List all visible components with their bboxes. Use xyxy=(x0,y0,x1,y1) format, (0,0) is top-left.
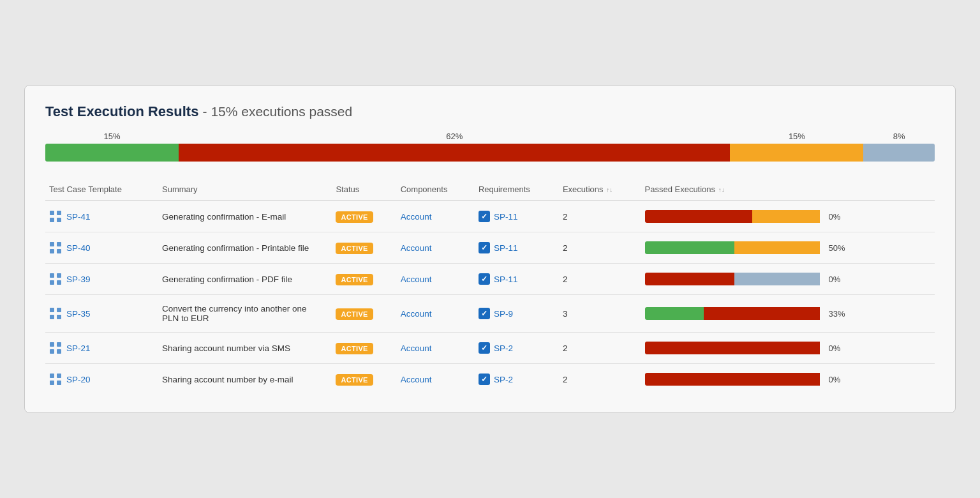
test-id-link[interactable]: SP-20 xyxy=(66,375,91,384)
passed-executions-cell: 0% xyxy=(641,333,935,364)
svg-rect-5 xyxy=(57,242,61,246)
active-badge: ACTIVE xyxy=(336,243,373,254)
test-id-link[interactable]: SP-40 xyxy=(66,243,91,253)
svg-rect-23 xyxy=(57,381,61,385)
requirement-link[interactable]: SP-11 xyxy=(494,212,518,222)
mini-bar-wrap: 33% xyxy=(645,307,928,320)
requirements-cell: SP-11 xyxy=(475,232,559,264)
component-cell: Account xyxy=(397,333,475,364)
progress-section: 15%62%15%8% xyxy=(45,132,935,162)
requirement-link[interactable]: SP-11 xyxy=(494,243,518,253)
svg-rect-9 xyxy=(57,273,61,278)
component-link[interactable]: Account xyxy=(401,309,432,319)
table-header-row: Test Case TemplateSummaryStatusComponent… xyxy=(45,179,935,201)
passed-executions-cell: 33% xyxy=(641,295,935,333)
svg-rect-19 xyxy=(57,349,61,354)
checkbox-icon xyxy=(479,242,490,253)
table-row: SP-39 Generating confirmation - PDF file… xyxy=(45,264,935,295)
test-id-cell: SP-39 xyxy=(45,264,158,295)
executions-cell: 2 xyxy=(559,364,641,395)
requirement-link[interactable]: SP-11 xyxy=(494,275,518,284)
active-badge: ACTIVE xyxy=(336,374,373,386)
checkbox-icon xyxy=(479,374,490,385)
subtitle-text: - 15% executions passed xyxy=(203,104,353,119)
grid-icon xyxy=(49,307,62,320)
svg-rect-1 xyxy=(57,211,61,215)
grid-icon xyxy=(49,342,62,354)
checkbox-icon xyxy=(479,273,490,285)
mini-bar-segment xyxy=(734,241,820,254)
svg-rect-8 xyxy=(50,273,54,278)
passed-pct-label: 0% xyxy=(829,275,850,284)
svg-rect-0 xyxy=(50,211,54,215)
component-cell: Account xyxy=(397,364,475,395)
summary-cell: Generating confirmation - PDF file xyxy=(158,264,332,295)
passed-pct-label: 50% xyxy=(829,243,850,253)
executions-cell: 2 xyxy=(559,232,641,264)
requirements-cell: SP-2 xyxy=(475,333,559,364)
passed-executions-cell: 0% xyxy=(641,201,935,232)
requirements-cell: SP-11 xyxy=(475,264,559,295)
status-cell: ACTIVE xyxy=(332,264,396,295)
mini-bar xyxy=(645,273,824,285)
test-id-cell: SP-35 xyxy=(45,295,158,333)
svg-rect-17 xyxy=(57,342,61,347)
component-link[interactable]: Account xyxy=(401,275,432,284)
bar-segment xyxy=(863,144,935,162)
test-id-cell: SP-20 xyxy=(45,364,158,395)
status-cell: ACTIVE xyxy=(332,232,396,264)
title-text: Test Execution Results xyxy=(45,103,198,119)
mini-bar-segment xyxy=(752,210,820,223)
test-id-cell: SP-21 xyxy=(45,333,158,364)
progress-labels: 15%62%15%8% xyxy=(45,132,935,141)
component-cell: Account xyxy=(397,232,475,264)
svg-rect-13 xyxy=(57,308,61,312)
component-cell: Account xyxy=(397,295,475,333)
status-cell: ACTIVE xyxy=(332,333,396,364)
svg-rect-22 xyxy=(50,381,54,385)
passed-pct-label: 0% xyxy=(829,212,850,222)
component-cell: Account xyxy=(397,201,475,232)
summary-cell: Sharing account number via SMS xyxy=(158,333,332,364)
test-id-cell: SP-40 xyxy=(45,232,158,264)
bar-segment xyxy=(179,144,730,162)
grid-icon xyxy=(49,241,62,254)
svg-rect-12 xyxy=(50,308,54,312)
mini-bar xyxy=(645,307,824,320)
mini-bar-segment xyxy=(645,342,820,354)
requirement-link[interactable]: SP-9 xyxy=(494,309,513,319)
test-id-link[interactable]: SP-35 xyxy=(66,309,91,319)
table-row: SP-20 Sharing account number by e-mailAC… xyxy=(45,364,935,395)
status-cell: ACTIVE xyxy=(332,364,396,395)
table-row: SP-40 Generating confirmation - Printabl… xyxy=(45,232,935,264)
mini-bar xyxy=(645,342,824,354)
col-header-status: Status xyxy=(332,179,396,201)
executions-cell: 2 xyxy=(559,333,641,364)
passed-executions-cell: 0% xyxy=(641,264,935,295)
component-link[interactable]: Account xyxy=(401,212,432,222)
requirements-cell: SP-11 xyxy=(475,201,559,232)
requirement-link[interactable]: SP-2 xyxy=(494,343,513,353)
col-header-executions[interactable]: Executions ↑↓ xyxy=(559,179,641,201)
test-id-link[interactable]: SP-41 xyxy=(66,212,91,222)
requirement-link[interactable]: SP-2 xyxy=(494,375,513,384)
component-link[interactable]: Account xyxy=(401,243,432,253)
col-header-passed[interactable]: Passed Executions ↑↓ xyxy=(641,179,935,201)
grid-icon xyxy=(49,273,62,285)
sort-icon: ↑↓ xyxy=(716,186,725,193)
test-id-link[interactable]: SP-39 xyxy=(66,275,91,284)
mini-bar-segment xyxy=(645,210,734,223)
test-id-link[interactable]: SP-21 xyxy=(66,343,91,353)
active-badge: ACTIVE xyxy=(336,211,373,223)
bar-segment xyxy=(730,144,863,162)
main-card: Test Execution Results - 15% executions … xyxy=(24,85,956,413)
table-body: SP-41 Generating confirmation - E-mailAC… xyxy=(45,201,935,395)
component-link[interactable]: Account xyxy=(401,343,432,353)
results-table: Test Case TemplateSummaryStatusComponent… xyxy=(45,179,935,395)
mini-bar-wrap: 0% xyxy=(645,373,928,386)
svg-rect-7 xyxy=(57,249,61,253)
checkbox-icon xyxy=(479,342,490,354)
component-link[interactable]: Account xyxy=(401,375,432,384)
executions-cell: 2 xyxy=(559,201,641,232)
svg-rect-21 xyxy=(57,374,61,378)
